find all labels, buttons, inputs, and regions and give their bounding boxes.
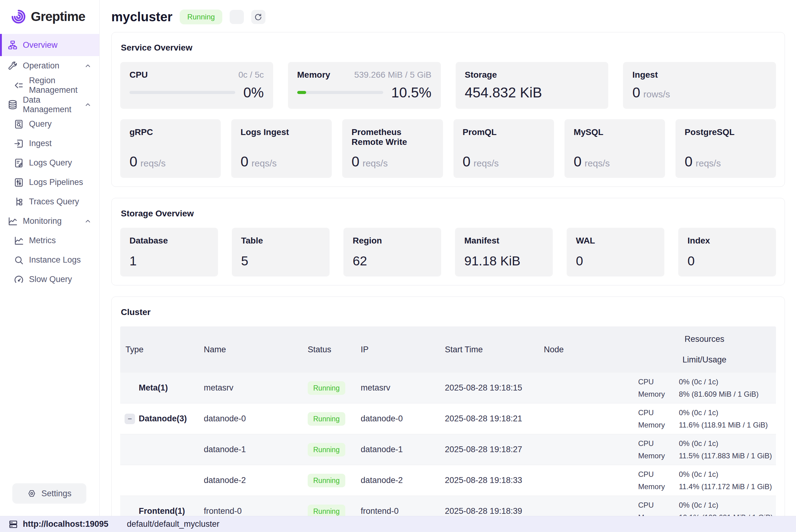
promql-card: PromQL 0reqs/s — [454, 119, 554, 178]
row-name: datanode-2 — [198, 476, 302, 485]
sidebar-item-label: Instance Logs — [29, 255, 81, 265]
blank-action-button[interactable] — [230, 10, 244, 24]
index-value: 0 — [687, 254, 767, 268]
chevron-up-icon[interactable] — [83, 101, 93, 109]
row-start-time: 2025-08-28 19:18:33 — [440, 476, 538, 485]
index-label: Index — [687, 236, 767, 246]
cpu-res-label: CPU — [638, 378, 679, 386]
database-icon — [7, 99, 18, 110]
row-type: Frontend(1) — [120, 507, 198, 516]
sidebar: Greptime Overview Operation Region Manag… — [0, 0, 99, 516]
table-label: Table — [241, 236, 320, 246]
memory-progress-fill — [297, 91, 306, 94]
chevron-up-icon[interactable] — [83, 62, 93, 70]
promql-label: PromQL — [463, 127, 545, 137]
chevron-up-icon[interactable] — [83, 217, 93, 225]
postgresql-unit: reqs/s — [696, 158, 721, 168]
row-resources: CPU0% (0c / 1c) Memory11.5% (117.883 MiB… — [633, 439, 776, 460]
col-limit-usage-label: Limit/Usage — [683, 355, 727, 365]
sidebar-group-data-management[interactable]: Data Management — [0, 95, 99, 114]
table-row-frontend-0[interactable]: Frontend(1) frontend-0 Running frontend-… — [120, 496, 776, 516]
grpc-unit: reqs/s — [140, 158, 166, 168]
row-type-group: − Datanode(3) — [120, 414, 198, 424]
row-start-time: 2025-08-28 19:18:27 — [440, 445, 538, 454]
sidebar-nav: Overview Operation Region Management Dat… — [0, 34, 99, 289]
current-database[interactable]: default/default_mycluster — [127, 519, 220, 529]
cpu-res-label: CPU — [638, 408, 679, 417]
sidebar-item-ingest[interactable]: Ingest — [0, 134, 99, 153]
sidebar-item-metrics[interactable]: Metrics — [0, 231, 99, 250]
col-ip: IP — [356, 345, 440, 355]
refresh-icon — [254, 13, 262, 21]
ingest-arrow-icon — [14, 138, 24, 149]
sidebar-item-overview[interactable]: Overview — [0, 34, 99, 56]
manifest-card: Manifest 91.18 KiB — [455, 228, 553, 277]
row-status-badge: Running — [308, 412, 345, 426]
table-row-datanode-0[interactable]: − Datanode(3) datanode-0 Running datanod… — [120, 403, 776, 434]
cpu-percent: 0% — [243, 84, 264, 101]
app-window: Greptime Overview Operation Region Manag… — [0, 0, 796, 516]
line-chart-icon — [7, 216, 18, 227]
gear-icon — [27, 489, 36, 498]
table-row-datanode-2[interactable]: datanode-2 Running datanode-2 2025-08-28… — [120, 465, 776, 496]
storage-card-row: Database 1 Table 5 Region 62 Manifest 91… — [120, 228, 776, 277]
database-label: Database — [130, 236, 209, 246]
sidebar-item-label: Overview — [23, 40, 58, 50]
row-ip: frontend-0 — [356, 507, 440, 516]
page-title: mycluster — [111, 10, 172, 24]
grpc-value: 0 — [130, 153, 137, 170]
promql-unit: reqs/s — [474, 158, 499, 168]
col-resources-label: Resources — [684, 335, 724, 344]
table-row-meta[interactable]: Meta(1) metasrv Running metasrv 2025-08-… — [120, 373, 776, 403]
memory-res-label: Memory — [638, 513, 679, 516]
row-status-badge: Running — [308, 505, 345, 516]
sidebar-item-label: Logs Pipelines — [29, 177, 83, 187]
sidebar-item-logs-query[interactable]: Logs Query — [0, 153, 99, 173]
cpu-limit: 0c / 5c — [238, 70, 264, 80]
sliders-icon — [14, 177, 24, 188]
postgresql-label: PostgreSQL — [685, 127, 767, 137]
endpoint-url[interactable]: http://localhost:19095 — [23, 519, 109, 529]
sidebar-item-label: Monitoring — [23, 216, 62, 226]
sidebar-item-slow-query[interactable]: Slow Query — [0, 270, 99, 289]
col-status: Status — [302, 345, 356, 355]
row-resources: CPU0% (0c / 1c) Memory8% (81.609 MiB / 1… — [633, 378, 776, 399]
sidebar-item-instance-logs[interactable]: Instance Logs — [0, 250, 99, 270]
cluster-section: Cluster Type Name Status IP Start Time N… — [111, 297, 785, 516]
ingest-unit: rows/s — [643, 89, 670, 99]
prometheus-remote-write-card: Prometheus Remote Write 0reqs/s — [342, 119, 443, 178]
col-name: Name — [198, 345, 302, 355]
logs-ingest-value: 0 — [241, 153, 248, 170]
refresh-button[interactable] — [251, 10, 265, 24]
wrench-icon — [7, 61, 18, 71]
memory-res-label: Memory — [638, 421, 679, 429]
sidebar-group-operation[interactable]: Operation — [0, 56, 99, 76]
collapse-toggle-button[interactable]: − — [125, 414, 135, 424]
sidebar-item-label: Ingest — [29, 139, 52, 148]
region-card: Region 62 — [343, 228, 441, 277]
cpu-card: CPU 0c / 5c 0% — [120, 62, 273, 109]
grpc-card: gRPC 0reqs/s — [120, 119, 221, 178]
mysql-value: 0 — [574, 153, 582, 170]
table-value: 5 — [241, 254, 320, 268]
sidebar-item-logs-pipelines[interactable]: Logs Pipelines — [0, 173, 99, 192]
cpu-res-label: CPU — [638, 439, 679, 448]
memory-label: Memory — [297, 70, 330, 80]
cpu-res-value: 0% (0c / 1c) — [679, 378, 776, 386]
grpc-label: gRPC — [130, 127, 211, 137]
col-node: Node — [538, 345, 633, 355]
tree-icon — [14, 197, 24, 207]
storage-overview-section: Storage Overview Database 1 Table 5 Regi… — [111, 198, 785, 285]
row-resources: CPU0% (0c / 1c) Memory11.6% (118.91 MiB … — [633, 408, 776, 429]
table-row-datanode-1[interactable]: datanode-1 Running datanode-1 2025-08-28… — [120, 434, 776, 465]
row-status-badge: Running — [308, 381, 345, 395]
sidebar-item-traces-query[interactable]: Traces Query — [0, 192, 99, 211]
sidebar-item-query[interactable]: Query — [0, 114, 99, 134]
sidebar-item-region-management[interactable]: Region Management — [0, 76, 99, 95]
cluster-title: Cluster — [121, 307, 776, 317]
cluster-status-badge: Running — [180, 10, 222, 24]
settings-button[interactable]: Settings — [12, 483, 86, 504]
prometheus-remote-write-unit: reqs/s — [363, 158, 388, 168]
sidebar-group-monitoring[interactable]: Monitoring — [0, 211, 99, 231]
sidebar-item-label: Metrics — [29, 236, 56, 245]
